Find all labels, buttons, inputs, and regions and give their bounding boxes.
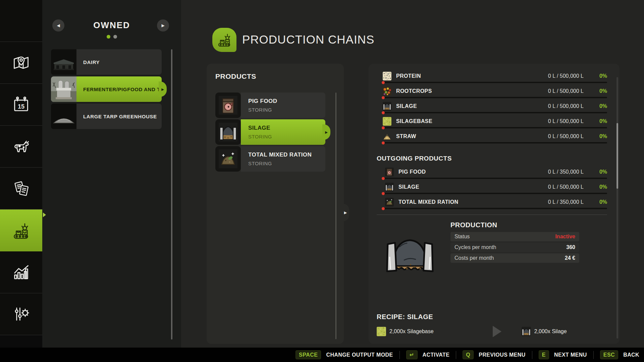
silage-clamp-image xyxy=(385,234,435,273)
capacity-progress-bar xyxy=(382,127,607,128)
sidebar-item[interactable] xyxy=(0,126,42,168)
capacity-row-percent: 0% xyxy=(588,133,607,139)
facility-list-item[interactable]: DAIRY xyxy=(51,49,162,75)
sidebar-item[interactable] xyxy=(0,251,42,293)
detail-panel: PROTEIN 0 L / 500,000 L 0% ROOTCROPS 0 L… xyxy=(369,64,620,344)
stat-value: 360 xyxy=(566,244,575,250)
detail-scrollbar-thumb[interactable] xyxy=(616,123,618,189)
production-stats-table: Status Inactive Cycles per month 360 Cos… xyxy=(450,232,579,264)
facility-list-item[interactable]: LARGE TARP GREENHOUSE xyxy=(51,104,162,129)
facility-thumbnail xyxy=(51,104,76,129)
capacity-progress-bar xyxy=(382,112,607,113)
outgoing-products-heading: OUTGOING PRODUCTS xyxy=(377,155,452,162)
capacity-row-name: PIG FOOD xyxy=(398,169,530,175)
product-list-item[interactable]: PIG FOOD STORING xyxy=(215,93,325,118)
product-status: STORING xyxy=(248,134,325,139)
capacity-row-percent: 0% xyxy=(588,73,607,79)
capacity-row[interactable]: TOTAL MIXED RATION 0 L / 350,000 L 0% xyxy=(369,196,620,212)
capacity-row[interactable]: STRAW 0 L / 500,000 L 0% xyxy=(369,131,620,146)
product-icon xyxy=(219,96,237,115)
capacity-row-icon xyxy=(385,198,394,206)
sidebar-icon xyxy=(11,95,31,114)
products-scrollbar[interactable] xyxy=(335,93,336,339)
hotkey-label: PREVIOUS MENU xyxy=(479,352,525,358)
product-list-item[interactable]: SILAGE STORING ▶ xyxy=(215,119,325,145)
capacity-row-name: ROOTCROPS xyxy=(396,88,530,94)
capacity-row-percent: 0% xyxy=(588,118,607,124)
owned-scrollbar[interactable] xyxy=(171,49,172,340)
capacity-row-icon xyxy=(385,183,394,191)
capacity-row-value: 0 L / 500,000 L xyxy=(530,103,584,109)
capacity-row[interactable]: SILAGE 0 L / 500,000 L 0% xyxy=(369,181,620,196)
recipe-output-text: 2,000x Silage xyxy=(534,328,567,335)
capacity-progress-bar xyxy=(382,178,607,179)
facility-list-item[interactable]: FERMENTER/PIGFOOD AND TM ▶ xyxy=(51,76,162,102)
stat-label: Status xyxy=(454,234,555,240)
capacity-progress-bar xyxy=(382,193,607,194)
hotkey-key[interactable]: E xyxy=(539,350,549,359)
capacity-row-percent: 0% xyxy=(588,199,607,205)
product-status: STORING xyxy=(248,161,325,166)
hotkey-key[interactable]: ↵ xyxy=(406,350,418,359)
hotkey-label: BACK xyxy=(623,352,639,358)
capacity-row[interactable]: PROTEIN 0 L / 500,000 L 0% xyxy=(369,70,620,85)
facility-name: DAIRY xyxy=(76,49,162,75)
sidebar-item[interactable] xyxy=(0,0,42,42)
hotkey-bar: SPACE CHANGE OUTPUT MODE ↵ ACTIVATE Q PR… xyxy=(0,348,644,362)
sidebar-item[interactable] xyxy=(0,84,42,126)
detail-scrollbar-track[interactable] xyxy=(616,77,618,339)
hotkey-action: ESC BACK xyxy=(593,351,639,359)
capacity-row-name: SILAGE xyxy=(396,103,530,109)
capacity-row-name: TOTAL MIXED RATION xyxy=(398,199,530,205)
owned-next-button[interactable]: ▶ xyxy=(157,19,169,32)
products-panel: PRODUCTS PIG FOOD STORING SILAGE xyxy=(207,64,344,344)
recipe-input-text: 2,000x Silagebase xyxy=(389,328,434,335)
panel-expand-arrow-icon[interactable]: ▶ xyxy=(342,204,349,221)
product-info: SILAGE STORING xyxy=(241,119,325,145)
capacity-row-value: 0 L / 500,000 L xyxy=(530,73,584,79)
production-heading: PRODUCTION xyxy=(450,221,497,229)
product-name: SILAGE xyxy=(248,125,325,131)
capacity-row-value: 0 L / 500,000 L xyxy=(530,133,584,139)
page-dot[interactable] xyxy=(107,35,110,39)
sidebar-item[interactable] xyxy=(0,209,42,251)
facility-thumbnail xyxy=(51,49,76,75)
page-dot[interactable] xyxy=(113,35,117,39)
facility-list: DAIRY FERMENTER/PIGFOOD AND TM ▶ LARGE T… xyxy=(51,49,162,131)
product-status: STORING xyxy=(248,107,325,113)
hotkey-key[interactable]: SPACE xyxy=(296,350,321,359)
hotkey-action: ↵ ACTIVATE xyxy=(399,351,450,359)
sidebar-item[interactable] xyxy=(0,168,42,209)
capacity-row-name: STRAW xyxy=(396,133,530,139)
production-chains-badge xyxy=(212,28,236,52)
capacity-row-value: 0 L / 350,000 L xyxy=(530,169,584,175)
silage-icon xyxy=(522,327,531,336)
stat-label: Cycles per month xyxy=(454,244,566,250)
hotkey-label: CHANGE OUTPUT MODE xyxy=(326,352,393,358)
capacity-progress-bar xyxy=(382,208,607,209)
capacity-row[interactable]: SILAGEBASE 0 L / 500,000 L 0% xyxy=(369,116,620,131)
capacity-row-value: 0 L / 500,000 L xyxy=(530,88,584,94)
selected-arrow-icon: ▶ xyxy=(322,124,330,140)
sidebar-item[interactable] xyxy=(0,42,42,84)
capacity-row-name: SILAGE xyxy=(398,184,530,190)
product-list-item[interactable]: TOTAL MIXED RATION STORING xyxy=(215,146,325,172)
hotkey-action: Q PREVIOUS MENU xyxy=(456,351,525,359)
recipe-row: 2,000x Silagebase 2,000x Silage xyxy=(377,326,608,337)
capacity-progress-bar xyxy=(382,82,607,83)
sidebar-active-arrow-icon xyxy=(43,213,46,217)
capacity-row-icon xyxy=(383,117,391,126)
sidebar-icon xyxy=(11,262,31,282)
product-list: PIG FOOD STORING SILAGE STORING ▶ xyxy=(215,93,325,173)
capacity-row[interactable]: SILAGE 0 L / 500,000 L 0% xyxy=(369,101,620,116)
product-name: PIG FOOD xyxy=(248,98,325,105)
hotkey-key[interactable]: ESC xyxy=(600,350,618,359)
capacity-row[interactable]: PIG FOOD 0 L / 350,000 L 0% xyxy=(369,166,620,181)
capacity-row-percent: 0% xyxy=(588,88,607,94)
facility-name: LARGE TARP GREENHOUSE xyxy=(76,104,162,129)
stat-value: Inactive xyxy=(555,234,575,240)
hotkey-key[interactable]: Q xyxy=(463,350,474,359)
capacity-row[interactable]: ROOTCROPS 0 L / 500,000 L 0% xyxy=(369,85,620,101)
product-icon-tile xyxy=(215,119,241,145)
sidebar-item[interactable] xyxy=(0,293,42,335)
